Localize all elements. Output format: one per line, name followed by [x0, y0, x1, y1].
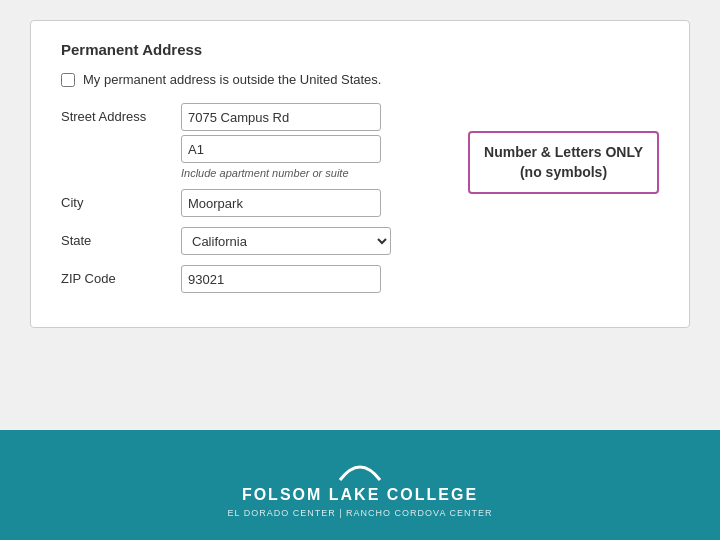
apt-input[interactable]	[181, 135, 381, 163]
section-title: Permanent Address	[61, 41, 659, 58]
state-row: State California	[61, 227, 659, 255]
main-content: Permanent Address My permanent address i…	[0, 0, 720, 430]
city-label: City	[61, 189, 181, 210]
state-select[interactable]: California	[181, 227, 391, 255]
zip-inputs	[181, 265, 659, 293]
zip-row: ZIP Code	[61, 265, 659, 293]
logo-main-text: FOLSOM LAKE COLLEGE	[242, 486, 478, 504]
zip-label: ZIP Code	[61, 265, 181, 286]
state-label: State	[61, 227, 181, 248]
logo-sub-text: EL DORADO CENTER | RANCHO CORDOVA CENTER	[228, 508, 493, 518]
tooltip-line1: Number & Letters ONLY	[484, 144, 643, 160]
form-card: Permanent Address My permanent address i…	[30, 20, 690, 328]
zip-input[interactable]	[181, 265, 381, 293]
state-inputs: California	[181, 227, 659, 255]
footer-logo: FOLSOM LAKE COLLEGE EL DORADO CENTER | R…	[228, 452, 493, 518]
footer: FOLSOM LAKE COLLEGE EL DORADO CENTER | R…	[0, 430, 720, 540]
street-input[interactable]	[181, 103, 381, 131]
city-input[interactable]	[181, 189, 381, 217]
outside-us-checkbox[interactable]	[61, 73, 75, 87]
outside-us-label: My permanent address is outside the Unit…	[83, 72, 381, 87]
tooltip-line2: (no symbols)	[520, 164, 607, 180]
outside-us-row: My permanent address is outside the Unit…	[61, 72, 659, 87]
street-label: Street Address	[61, 103, 181, 124]
logo-arch-icon	[335, 452, 385, 482]
tooltip-box: Number & Letters ONLY (no symbols)	[468, 131, 659, 194]
